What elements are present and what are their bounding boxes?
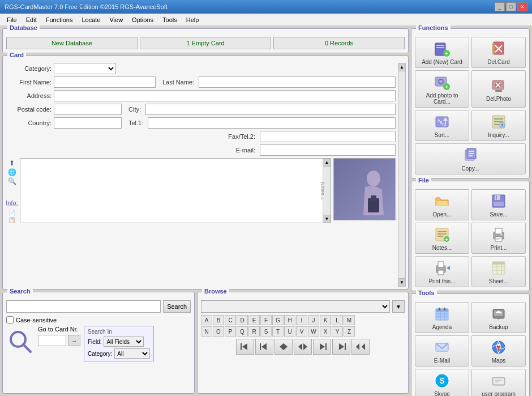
alpha-p[interactable]: P xyxy=(225,326,236,337)
user-program-button[interactable]: user program xyxy=(471,369,526,396)
alpha-b[interactable]: B xyxy=(213,315,224,325)
address-input[interactable] xyxy=(54,90,396,101)
tel1-input[interactable] xyxy=(148,117,396,129)
print-button[interactable]: Print... xyxy=(471,223,526,254)
copy-button[interactable]: Copy... xyxy=(415,143,526,174)
notes-input[interactable] xyxy=(20,159,323,223)
email-input[interactable] xyxy=(260,144,396,156)
case-sensitive-checkbox[interactable] xyxy=(6,316,14,323)
nav-export-button[interactable] xyxy=(351,339,370,355)
menu-options[interactable]: Options xyxy=(127,15,158,24)
alpha-n[interactable]: N xyxy=(201,326,212,337)
alpha-q[interactable]: Q xyxy=(237,326,248,337)
search-input[interactable] xyxy=(6,300,161,313)
menu-locate[interactable]: Locate xyxy=(77,15,105,24)
search-button[interactable]: Search xyxy=(163,300,191,313)
alpha-w[interactable]: W xyxy=(308,326,319,337)
menu-view[interactable]: View xyxy=(105,15,127,24)
browse-dropdown-button[interactable]: ▼ xyxy=(392,300,405,313)
alpha-l[interactable]: L xyxy=(332,315,343,325)
new-database-button[interactable]: New Database xyxy=(6,37,138,49)
maps-button[interactable]: Maps xyxy=(471,335,526,367)
nav-prev-button[interactable] xyxy=(255,339,273,355)
alpha-h[interactable]: H xyxy=(284,315,295,325)
browse-select[interactable] xyxy=(201,300,390,313)
nav-next-button[interactable] xyxy=(313,339,331,355)
card-scrollbar[interactable]: ▲ ▼ xyxy=(398,63,406,287)
menu-functions[interactable]: Functions xyxy=(41,15,78,24)
alpha-o[interactable]: O xyxy=(213,326,224,337)
field-select[interactable]: All Fields First Name Last Name xyxy=(104,337,144,347)
notes-scroll-down[interactable]: ▼ xyxy=(323,215,331,223)
last-name-input[interactable] xyxy=(199,76,396,88)
nav-middle-button[interactable] xyxy=(294,339,312,355)
alpha-t[interactable]: T xyxy=(272,326,284,337)
alpha-v[interactable]: V xyxy=(296,326,307,337)
save-button[interactable]: Save... xyxy=(471,189,526,220)
goto-card-input[interactable] xyxy=(38,335,66,346)
icon-globe[interactable]: 🌐 xyxy=(8,168,16,176)
alpha-g[interactable]: G xyxy=(272,315,284,325)
scroll-down-arrow[interactable]: ▼ xyxy=(398,278,405,286)
add-card-button[interactable]: + Add (New) Card xyxy=(415,37,469,68)
nav-first-button[interactable] xyxy=(236,339,254,355)
skype-button[interactable]: S Skype xyxy=(415,369,469,396)
sort-button[interactable]: ABC Sort... xyxy=(415,110,469,141)
menu-tools[interactable]: Tools xyxy=(158,15,182,24)
fax-input[interactable] xyxy=(260,131,396,142)
notes-area[interactable]: ▲ ▼ Notes = xyxy=(20,158,331,223)
menu-help[interactable]: Help xyxy=(182,15,204,24)
nav-stop-button[interactable] xyxy=(274,339,293,355)
alpha-y[interactable]: Y xyxy=(332,326,343,337)
alpha-k[interactable]: K xyxy=(320,315,331,325)
del-photo-button[interactable]: Del.Photo xyxy=(471,70,526,108)
category-select[interactable] xyxy=(54,63,116,74)
alpha-d[interactable]: D xyxy=(237,315,248,325)
del-card-button[interactable]: Del.Card xyxy=(471,37,526,68)
info-link[interactable]: Info: xyxy=(6,199,18,206)
notes-scroll-up[interactable]: ▲ xyxy=(323,159,331,167)
city-input[interactable] xyxy=(145,104,396,115)
menu-edit[interactable]: Edit xyxy=(22,15,41,24)
backup-button[interactable]: Backup xyxy=(471,302,526,333)
add-photo-button[interactable]: + Add photo to Card... xyxy=(415,70,469,108)
alpha-m[interactable]: M xyxy=(344,315,355,325)
country-input[interactable] xyxy=(54,117,122,129)
records-button[interactable]: 0 Records xyxy=(273,37,405,49)
first-name-input[interactable] xyxy=(54,76,156,88)
inquiry-button[interactable]: ? Inquiry... xyxy=(471,110,526,141)
alpha-f[interactable]: F xyxy=(260,315,272,325)
nav-last-button[interactable] xyxy=(332,339,350,355)
alpha-s[interactable]: S xyxy=(260,326,272,337)
print-this-button[interactable]: Print this... xyxy=(415,256,469,287)
notes-scrollbar[interactable]: ▲ ▼ Notes = xyxy=(323,159,331,223)
alpha-r[interactable]: R xyxy=(248,326,260,337)
open-button[interactable]: Open... xyxy=(415,189,469,220)
alpha-i[interactable]: I xyxy=(296,315,307,325)
email-button[interactable]: E-Mail xyxy=(415,335,469,367)
alpha-j[interactable]: J xyxy=(308,315,319,325)
icon-page[interactable]: 📄 xyxy=(8,210,15,216)
notes-button[interactable]: + Notes... xyxy=(415,223,469,254)
postal-city-row: Postal code: City: xyxy=(6,104,396,115)
icon-search-small[interactable]: 🔍 xyxy=(8,177,16,185)
goto-card-button[interactable]: → xyxy=(68,335,80,346)
maximize-button[interactable]: □ xyxy=(506,2,516,11)
sheet-button[interactable]: Sheet... xyxy=(471,256,526,287)
menu-file[interactable]: File xyxy=(2,15,22,24)
category-filter-select[interactable]: All Business Personal xyxy=(114,348,150,359)
alpha-a[interactable]: A xyxy=(201,315,212,325)
empty-card-button[interactable]: 1 Empty Card xyxy=(140,37,271,49)
scroll-up-arrow[interactable]: ▲ xyxy=(398,63,405,71)
icon-up[interactable]: ⬆ xyxy=(9,159,15,167)
minimize-button[interactable]: _ xyxy=(495,2,505,11)
alpha-x[interactable]: X xyxy=(320,326,331,337)
postal-code-input[interactable] xyxy=(54,104,122,115)
alpha-e[interactable]: E xyxy=(248,315,260,325)
alpha-u[interactable]: U xyxy=(284,326,295,337)
agenda-button[interactable]: Agenda xyxy=(415,302,469,333)
icon-page2[interactable]: 📋 xyxy=(8,217,15,223)
close-button[interactable]: ✕ xyxy=(517,2,527,11)
alpha-z[interactable]: Z xyxy=(344,326,355,337)
alpha-c[interactable]: C xyxy=(225,315,236,325)
